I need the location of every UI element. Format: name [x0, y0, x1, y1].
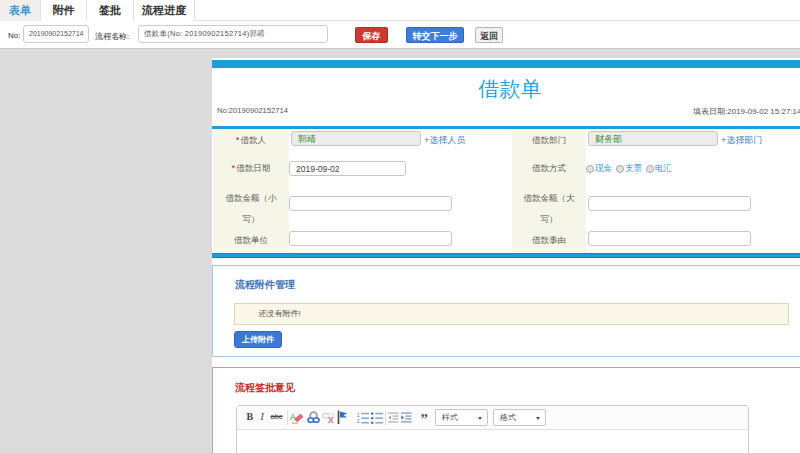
svg-text:1: 1 [357, 412, 360, 417]
svg-text:A: A [290, 412, 296, 422]
svg-text:2: 2 [357, 419, 360, 424]
